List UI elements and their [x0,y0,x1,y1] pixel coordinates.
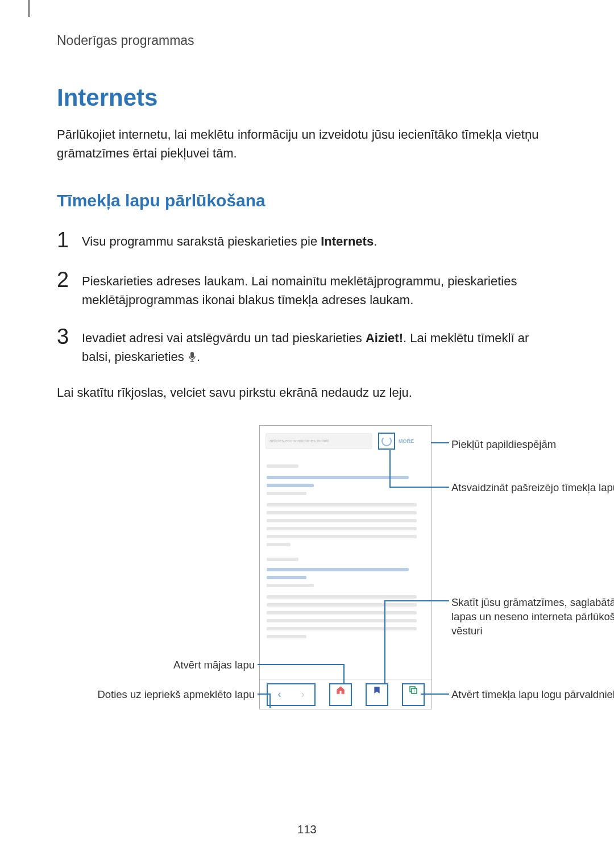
step-1: 1 Visu programmu sarakstā pieskarieties … [57,229,557,252]
content-line [267,543,291,546]
content-line [267,619,417,622]
bookmarks-button-highlight [366,683,388,706]
content-line [267,611,417,614]
connector-line [258,693,270,695]
home-button-highlight [329,683,352,706]
content-line [267,635,306,638]
forward-icon: › [301,688,305,700]
intro-paragraph: Pārlūkojiet internetu, lai meklētu infor… [57,125,551,163]
step-number: 1 [57,229,82,252]
content-line [267,627,417,630]
page-edge-rule [28,0,30,17]
content-line [267,511,417,514]
callout-bookmarks: Skatīt jūsu grāmatzīmes, saglabātās lapa… [451,596,614,638]
connector-line [384,600,449,601]
step-pre: Visu programmu sarakstā pieskarieties pi… [82,234,321,248]
content-line [267,519,417,522]
connector-line [389,487,449,488]
content-line [267,558,298,561]
step-number: 2 [57,268,82,292]
callout-home: Atvērt mājas lapu [113,658,255,672]
svg-text:1: 1 [413,688,416,692]
content-line [267,603,417,607]
connector-line [384,600,385,684]
step-number: 3 [57,325,82,349]
step-text: Ievadiet adresi vai atslēgvārdu un tad p… [82,325,557,366]
step-bold: Aiziet! [366,331,403,345]
refresh-icon [381,436,392,446]
illustration-diagram: articles.economictimes.indiati MORE [113,425,562,721]
content-line [267,595,417,599]
step-3: 3 Ievadiet adresi vai atslēgvārdu un tad… [57,325,557,366]
section-heading: Tīmekļa lapu pārlūkošana [57,191,265,210]
content-line [267,535,417,538]
phone-mock: articles.economictimes.indiati MORE [259,425,432,709]
page-number: 113 [0,823,614,836]
refresh-button-highlight [378,433,395,450]
step-pre: Ievadiet adresi vai atslēgvārdu un tad p… [82,331,366,345]
svg-rect-0 [190,352,194,358]
step-text: Visu programmu sarakstā pieskarieties pi… [82,229,377,251]
steps-list: 1 Visu programmu sarakstā pieskarieties … [57,229,557,382]
content-line [267,568,409,571]
breadcrumb: Noderīgas programmas [57,33,194,48]
home-icon [335,684,346,696]
phone-toolbar: ‹ › 1 [260,679,432,709]
connector-line [421,693,449,695]
page-title: Internets [57,84,157,111]
nav-buttons-highlight: ‹ › [267,683,316,706]
connector-line [269,693,271,708]
content-line [267,503,417,506]
content-line [267,484,314,487]
callout-more-options: Piekļūt papildiespējām [451,438,614,452]
phone-content [260,456,432,638]
connector-line [258,664,343,665]
step-post: . [374,234,377,248]
callout-tabs: Atvērt tīmekļa lapu logu pārvaldnieku [451,688,614,702]
content-line [267,464,298,468]
connector-line [431,442,449,443]
content-line [267,584,314,587]
step-2: 2 Pieskarieties adreses laukam. Lai noma… [57,268,557,309]
callout-back: Doties uz iepriekš apmeklēto lapu [63,688,255,702]
content-line [267,476,409,479]
phone-top-bar: articles.economictimes.indiati MORE [260,426,432,456]
tabs-icon: 1 [408,684,419,696]
step-text: Pieskarieties adreses laukam. Lai nomain… [82,268,557,309]
microphone-icon [188,349,197,360]
address-bar: articles.economictimes.indiati [265,433,372,449]
callout-refresh: Atsvaidzināt pašreizējo tīmekļa lapu [451,481,614,495]
back-icon: ‹ [278,688,281,700]
step-bold: Internets [321,234,374,248]
bookmark-icon [371,684,383,696]
connector-line [389,450,391,488]
step-tail: . [197,350,200,364]
content-line [267,576,306,579]
connector-line [343,664,345,684]
content-line [267,492,306,495]
content-line [267,527,417,530]
more-button: MORE [399,438,414,444]
post-steps-paragraph: Lai skatītu rīkjoslas, velciet savu pirk… [57,385,557,400]
